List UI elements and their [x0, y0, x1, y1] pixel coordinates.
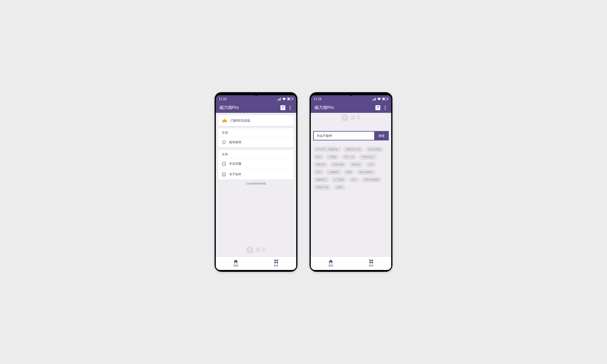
- grid-icon: [274, 260, 278, 263]
- app-title: 磁力猫Pro: [219, 105, 279, 110]
- signal-icon: [372, 98, 376, 100]
- premium-card[interactable]: 已解锁高级版: [218, 115, 294, 126]
- overflow-menu-button[interactable]: [381, 106, 389, 110]
- suggestion-tag[interactable]: 寻梦环游记: [359, 154, 377, 160]
- status-bar: 11:19 47: [216, 95, 296, 103]
- app-bar: 磁力猫Pro ?: [216, 103, 296, 113]
- suggestion-tag[interactable]: 星球大战8: [330, 162, 347, 167]
- svg-rect-28: [369, 260, 371, 261]
- svg-rect-10: [223, 143, 225, 144]
- search-input[interactable]: [313, 131, 374, 140]
- suggestion-tag[interactable]: 银魂: [344, 169, 354, 175]
- suggestion-tag[interactable]: 钢铁侠3: [313, 162, 328, 167]
- nav-label: 更多: [274, 264, 279, 267]
- overflow-menu-button[interactable]: [287, 106, 294, 110]
- suggestion-tag[interactable]: 三体: [365, 162, 376, 167]
- more-vert-icon: [385, 106, 386, 110]
- svg-rect-18: [276, 262, 278, 263]
- nav-label: 更多: [369, 264, 374, 267]
- camera-cutout: [350, 93, 352, 96]
- suggestion-tag[interactable]: 愤怒的小鸟: [313, 184, 331, 190]
- svg-text:?: ?: [377, 106, 379, 110]
- svg-text:?: ?: [282, 106, 284, 110]
- svg-rect-15: [274, 260, 276, 261]
- help-icon: ?: [375, 105, 380, 110]
- svg-text:47: 47: [289, 98, 291, 100]
- suggestion-tag[interactable]: 芳华: [313, 169, 324, 175]
- suggestion-tag[interactable]: 终结者2: [349, 162, 363, 167]
- wifi-icon: [282, 98, 286, 100]
- suggestion-tag[interactable]: 盗墓笔记: [313, 177, 329, 183]
- battery-icon: 47: [382, 97, 388, 100]
- svg-point-26: [385, 107, 386, 108]
- status-bar: 11:19 47: [311, 95, 391, 103]
- svg-rect-29: [371, 260, 373, 261]
- nav-label: 搜索: [233, 264, 238, 267]
- nav-more[interactable]: 更多: [351, 257, 392, 270]
- row-label: 常见问题: [229, 162, 241, 166]
- suggestion-tag[interactable]: 人工智能: [331, 177, 347, 183]
- wifi-icon: [377, 98, 381, 100]
- row-about[interactable]: i 关于软件: [218, 169, 294, 180]
- status-time: 11:19: [314, 97, 321, 101]
- search-button[interactable]: 搜索: [374, 131, 389, 140]
- info-circle-icon: i: [222, 172, 226, 177]
- content-area: F 趣享 搜索 环太平洋：雷霆再起西游记女儿国复仇者联盟骑士白鹿原天生一对寻梦环…: [311, 113, 391, 257]
- content-area: 已解锁高级版 常用 如何使用 支持 ? 常见问题: [216, 113, 296, 257]
- svg-rect-21: [388, 98, 388, 99]
- svg-point-6: [290, 106, 291, 107]
- lightbulb-icon: [222, 140, 226, 144]
- version-label: 2.6.0(20240102}: [218, 182, 294, 185]
- help-button[interactable]: ?: [279, 105, 287, 110]
- section-header-common: 常用: [218, 128, 294, 137]
- svg-point-7: [290, 107, 291, 108]
- section-header-support: 支持: [218, 150, 294, 159]
- bottom-nav: 搜索 更多: [216, 257, 296, 270]
- app-title: 磁力猫Pro: [314, 105, 374, 110]
- home-icon: [329, 260, 333, 263]
- phone-search-screen: 11:19 47 磁力猫Pro ? F 趣享: [310, 92, 392, 272]
- row-faq[interactable]: ? 常见问题: [218, 159, 294, 169]
- suggestion-tag[interactable]: 环太平洋：雷霆再起: [313, 147, 341, 152]
- svg-point-9: [223, 141, 226, 143]
- svg-point-25: [385, 106, 386, 107]
- more-vert-icon: [290, 106, 291, 110]
- camera-cutout: [255, 93, 257, 96]
- phone-more-screen: 11:19 47 磁力猫Pro ? 已解锁高级版: [215, 92, 297, 272]
- suggestion-tag[interactable]: 复仇者联盟: [365, 147, 384, 152]
- status-time: 11:19: [219, 97, 226, 101]
- suggestion-tag[interactable]: 左耳: [348, 177, 359, 183]
- crown-icon: [222, 119, 227, 123]
- status-indicators: 47: [277, 97, 293, 100]
- question-circle-icon: ?: [222, 162, 226, 166]
- watermark-text: 趣享: [255, 246, 266, 254]
- suggestion-tag[interactable]: 骑士: [313, 154, 324, 160]
- section-support: 支持 ? 常见问题 i 关于软件: [218, 150, 294, 180]
- suggestion-tag[interactable]: 天生一对: [341, 154, 357, 160]
- row-how-to-use[interactable]: 如何使用: [218, 137, 294, 147]
- nav-search[interactable]: 搜索: [311, 257, 351, 270]
- suggestion-tag[interactable]: x战警: [333, 184, 345, 190]
- suggestion-tag[interactable]: 肖申克的救赎: [361, 177, 382, 183]
- nav-more[interactable]: 更多: [256, 257, 297, 270]
- premium-label: 已解锁高级版: [230, 118, 250, 123]
- row-label: 关于软件: [229, 172, 241, 177]
- nav-search[interactable]: 搜索: [216, 257, 256, 270]
- status-indicators: 47: [372, 97, 388, 100]
- suggestion-tag[interactable]: 唐人街探案2: [356, 169, 376, 175]
- svg-text:47: 47: [384, 98, 386, 100]
- svg-rect-31: [371, 262, 373, 263]
- bottom-nav: 搜索 更多: [311, 257, 391, 270]
- signal-icon: [277, 98, 281, 100]
- row-label: 如何使用: [229, 140, 241, 144]
- svg-rect-16: [276, 260, 278, 261]
- suggestion-tag[interactable]: 西游记女儿国: [343, 147, 364, 152]
- suggestion-tag[interactable]: 白鹿原: [326, 154, 339, 160]
- app-bar: 磁力猫Pro ?: [311, 103, 391, 113]
- svg-point-27: [385, 109, 386, 110]
- help-button[interactable]: ?: [374, 105, 381, 110]
- svg-text:i: i: [224, 173, 225, 176]
- svg-rect-17: [274, 262, 276, 263]
- suggestion-tag[interactable]: 古墓丽影: [326, 169, 342, 175]
- watermark: F 趣享: [246, 246, 266, 254]
